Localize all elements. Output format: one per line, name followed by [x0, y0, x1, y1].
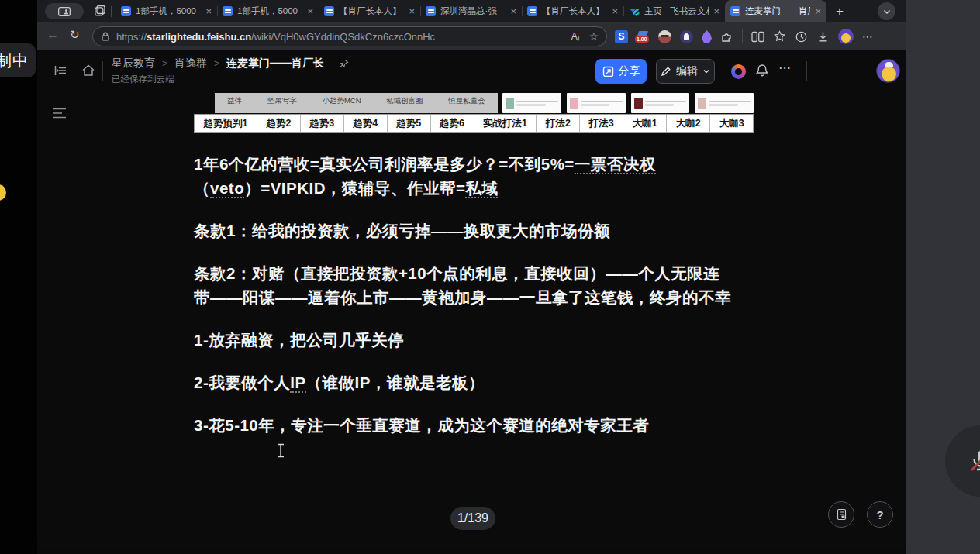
tab-close-icon[interactable]: ×: [713, 6, 719, 16]
paragraph-line: （veto）=VIPKID，猿辅导、作业帮=私域: [194, 176, 760, 200]
document-icon: [730, 6, 740, 16]
paragraph[interactable]: 2-我要做个人IP（谁做IP，谁就是老板）: [194, 370, 760, 394]
user-avatar[interactable]: [876, 59, 900, 83]
breadcrumb-item[interactable]: 肖逸群: [174, 57, 207, 71]
magic-status-icon[interactable]: [731, 64, 746, 79]
document-icon: [426, 6, 436, 16]
lock-icon: [101, 31, 110, 42]
breadcrumb: 星辰教育>肖逸群>连麦掌门——肖厂长: [112, 57, 349, 71]
browser-tab[interactable]: 【肖厂长本人】×: [319, 0, 420, 22]
extension-avatar-icon[interactable]: [658, 30, 671, 43]
browser-tab[interactable]: 主页 - 飞书云文档×: [623, 0, 725, 22]
tab-title: 1部手机，5000: [237, 5, 302, 17]
pin-icon[interactable]: [339, 59, 349, 69]
thumbnail-image: [570, 98, 578, 109]
wiki-menu-button[interactable]: [53, 108, 67, 119]
table-image-header[interactable]: 益伴坚果写字小趋势MCN私域创富圈恒星私董会: [215, 93, 498, 113]
share-label: 分享: [619, 64, 640, 78]
refresh-button[interactable]: ↻: [70, 28, 80, 42]
extension-ghost-icon[interactable]: [680, 30, 693, 43]
table-header-label: 恒星私董会: [448, 96, 485, 106]
breadcrumb-item[interactable]: 连麦掌门——肖厂长: [226, 57, 324, 71]
feedback-button[interactable]: [828, 501, 854, 528]
read-aloud-icon[interactable]: A): [571, 31, 580, 42]
browser-tab[interactable]: 1部手机，5000×: [116, 0, 217, 22]
history-icon[interactable]: [795, 30, 808, 43]
home-icon: [81, 63, 96, 78]
paragraph-line: 条款1：给我的投资款，必须亏掉——换取更大的市场份额: [194, 219, 760, 243]
home-button[interactable]: [81, 63, 96, 78]
share-button[interactable]: 分享: [595, 59, 647, 84]
tab-close-icon[interactable]: ×: [205, 6, 212, 16]
extensions-puzzle-icon[interactable]: [720, 30, 733, 43]
split-screen-icon[interactable]: [751, 31, 764, 43]
desktop-left-edge: [0, 0, 37, 554]
tab-divider: [111, 6, 112, 17]
table-tab-row[interactable]: 趋势预判1趋势2趋势3趋势4趋势5趋势6实战打法1打法2打法3大咖1大咖2大咖3: [194, 114, 754, 133]
paragraph-line: 带——阳谋——逼着你上市——黄袍加身——一旦拿了这笔钱，终身的不幸: [194, 285, 760, 309]
add-favorite-icon[interactable]: ☆: [588, 30, 599, 43]
paragraph[interactable]: 条款2：对赌（直接把投资款+10个点的利息，直接收回）——个人无限连带——阳谋—…: [194, 261, 760, 309]
tab-close-icon[interactable]: ×: [510, 6, 516, 16]
collections-button[interactable]: [93, 4, 107, 18]
tab-close-icon[interactable]: ×: [307, 6, 313, 16]
tab-activity-button[interactable]: [45, 3, 84, 19]
browser-tab[interactable]: 【肖厂长本人】×: [522, 0, 623, 22]
notifications-button[interactable]: [754, 63, 770, 80]
table-cell[interactable]: 大咖2: [666, 115, 709, 132]
sidebar-collapse-button[interactable]: [53, 63, 68, 78]
table-cell[interactable]: 趋势5: [387, 115, 430, 132]
table-cell[interactable]: 大咖3: [709, 115, 753, 132]
table-cell[interactable]: 趋势预判1: [195, 115, 257, 132]
save-status: 已经保存到云端: [112, 74, 349, 85]
table-cell[interactable]: 实战打法1: [474, 115, 537, 132]
spellcheck-underlined-text: IP: [290, 373, 305, 393]
table-header-label: 益伴: [227, 96, 242, 106]
browser-tab[interactable]: 1部手机，5000×: [217, 0, 319, 22]
browser-tab[interactable]: 深圳湾晶总·强×: [420, 0, 522, 22]
header-divider: [102, 61, 103, 81]
table-header-label: 私域创富圈: [386, 96, 423, 106]
browser-profile-avatar[interactable]: [838, 29, 854, 44]
extension-toolbar: S 1.00: [615, 22, 874, 50]
favorites-bar-icon[interactable]: [773, 30, 786, 43]
table-cell[interactable]: 趋势2: [257, 115, 300, 132]
tab-list: 1部手机，5000×1部手机，5000×【肖厂长本人】×深圳湾晶总·强×【肖厂长…: [116, 0, 853, 22]
extension-s-icon[interactable]: S: [615, 30, 628, 43]
tab-search-dropdown-button[interactable]: [878, 2, 895, 20]
extension-price-badge-icon[interactable]: 1.00: [637, 31, 650, 43]
collections-icon: [93, 4, 107, 18]
extension-flame-icon[interactable]: [702, 30, 712, 43]
back-button[interactable]: ←: [47, 28, 59, 42]
new-tab-button[interactable]: +: [826, 0, 853, 22]
edit-button[interactable]: 编辑: [656, 59, 715, 84]
bell-icon: [754, 63, 770, 80]
table-cell[interactable]: 打法3: [579, 115, 623, 132]
table-cell[interactable]: 趋势6: [430, 115, 474, 132]
feishu-document-app: 星辰教育>肖逸群>连麦掌门——肖厂长 已经保存到云端 分享 编辑: [37, 50, 906, 549]
table-cell[interactable]: 趋势3: [300, 115, 343, 132]
downloads-icon[interactable]: [816, 30, 830, 43]
url-field[interactable]: https://starlightedu.feishu.cn/wiki/VqH0…: [92, 26, 607, 46]
table-cell[interactable]: 打法2: [536, 115, 579, 132]
tab-close-icon[interactable]: ×: [409, 6, 415, 16]
help-button[interactable]: ?: [867, 501, 893, 528]
document-paragraphs: 1年6个亿的营收=真实公司利润率是多少？=不到5%=一票否决权（veto）=VI…: [194, 152, 760, 456]
paragraph-line: 条款2：对赌（直接把投资款+10个点的利息，直接收回）——个人无限连: [194, 261, 760, 285]
paragraph[interactable]: 3-花5-10年，专注一个垂直赛道，成为这个赛道的绝对专家王者: [194, 413, 760, 437]
share-icon: [602, 66, 614, 77]
paragraph[interactable]: 1-放弃融资，把公司几乎关停: [194, 328, 760, 352]
paragraph[interactable]: 条款1：给我的投资款，必须亏掉——换取更大的市场份额: [194, 219, 760, 243]
text-segment: 带——阳谋——逼着你上市——黄袍加身——一旦拿了这笔钱，终身的不幸: [194, 288, 731, 306]
browser-tab[interactable]: 连麦掌门——肖厂×: [725, 0, 826, 22]
tab-close-icon[interactable]: ×: [815, 6, 821, 16]
spellcheck-underlined-text: veto: [210, 179, 244, 198]
header-more-button[interactable]: ⋯: [778, 60, 792, 75]
paragraph[interactable]: 1年6个亿的营收=真实公司利润率是多少？=不到5%=一票否决权（veto）=VI…: [194, 152, 760, 200]
table-cell[interactable]: 大咖1: [623, 115, 666, 132]
tab-close-icon[interactable]: ×: [612, 6, 618, 16]
breadcrumb-item[interactable]: 星辰教育: [112, 57, 155, 71]
browser-menu-icon[interactable]: ⋯: [862, 30, 874, 43]
table-cell[interactable]: 趋势4: [343, 115, 387, 132]
table-image-cards[interactable]: [502, 93, 754, 113]
